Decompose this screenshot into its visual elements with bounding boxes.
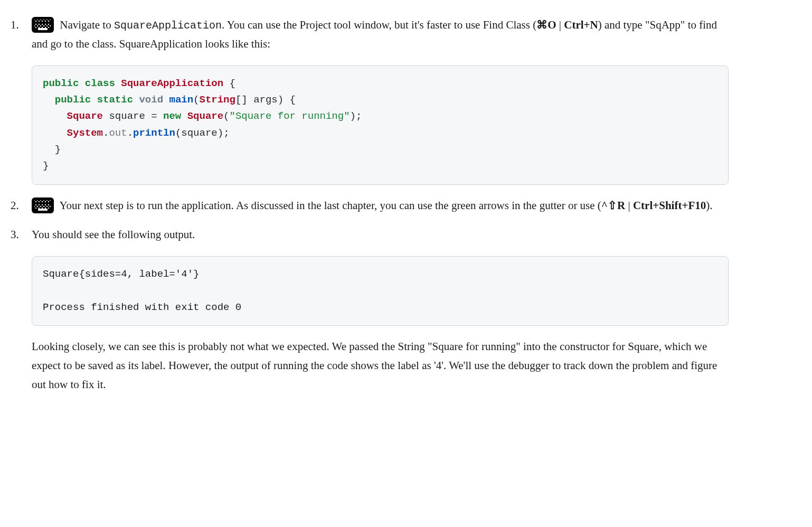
indent: [43, 94, 55, 106]
string: "Square for running": [230, 110, 350, 122]
punc: .: [127, 127, 133, 139]
step-3: You should see the following output. Squ…: [11, 225, 729, 394]
output-line: Square{sides=4, label='4'}: [43, 268, 199, 280]
punc: []: [235, 94, 248, 106]
win-shortcut: Ctrl+N: [564, 18, 598, 31]
punc: ;: [356, 110, 362, 122]
mac-shortcut: ⌘O: [536, 18, 556, 31]
step-2-text: Your next step is to run the application…: [59, 199, 712, 212]
fn: println: [133, 127, 175, 139]
punc: ): [218, 127, 223, 139]
fn: main: [169, 94, 193, 106]
kw: public: [55, 94, 91, 106]
text: ).: [706, 199, 712, 212]
type: String: [200, 94, 235, 106]
step-1-text: Navigate to SquareApplication. You can u…: [32, 18, 717, 50]
output-line: Process finished with exit code 0: [43, 302, 241, 313]
punc: (: [223, 110, 229, 122]
sep: |: [625, 199, 633, 212]
class: Square: [67, 110, 103, 122]
punc: }: [55, 144, 61, 155]
punc: {: [223, 78, 235, 89]
indent: [43, 144, 55, 155]
sep: |: [556, 18, 564, 31]
punc: ): [278, 94, 284, 106]
kw: public: [43, 78, 79, 89]
text: . You can use the Project tool window, b…: [222, 18, 536, 31]
step-1: Navigate to SquareApplication. You can u…: [11, 16, 729, 185]
type: void: [139, 94, 163, 106]
member: out: [109, 127, 127, 139]
step-2: Your next step is to run the application…: [11, 196, 729, 215]
numbered-steps: Navigate to SquareApplication. You can u…: [11, 16, 729, 394]
text: Navigate to: [60, 18, 114, 31]
indent: [43, 110, 67, 122]
punc: (: [193, 94, 199, 106]
explanation-paragraph: Looking closely, we can see this is prob…: [32, 337, 729, 394]
class: System: [67, 127, 103, 139]
text: Your next step is to run the application…: [59, 199, 601, 212]
keyboard-icon: [32, 197, 54, 213]
punc: {: [284, 94, 296, 106]
punc: ): [350, 110, 356, 122]
class: Square: [187, 110, 223, 122]
var: args: [248, 94, 278, 106]
kw: static: [97, 94, 133, 106]
punc: .: [103, 127, 109, 139]
mac-shortcut: ^⇧R: [601, 199, 625, 212]
class-name-code: SquareApplication: [114, 20, 222, 32]
class: SquareApplication: [121, 78, 223, 89]
punc: (: [175, 127, 181, 139]
code-block-java: public class SquareApplication { public …: [32, 65, 729, 185]
kw: new: [163, 110, 181, 122]
indent: [43, 127, 67, 139]
var: square: [181, 127, 217, 139]
step-3-text: You should see the following output.: [32, 228, 195, 241]
code-block-output: Square{sides=4, label='4'} Process finis…: [32, 256, 729, 326]
kw: class: [85, 78, 115, 89]
keyboard-icon: [32, 17, 54, 33]
punc: }: [43, 160, 49, 172]
punc: ;: [223, 127, 229, 139]
var: square: [103, 110, 151, 122]
win-shortcut: Ctrl+Shift+F10: [633, 199, 706, 212]
punc: =: [151, 110, 157, 122]
